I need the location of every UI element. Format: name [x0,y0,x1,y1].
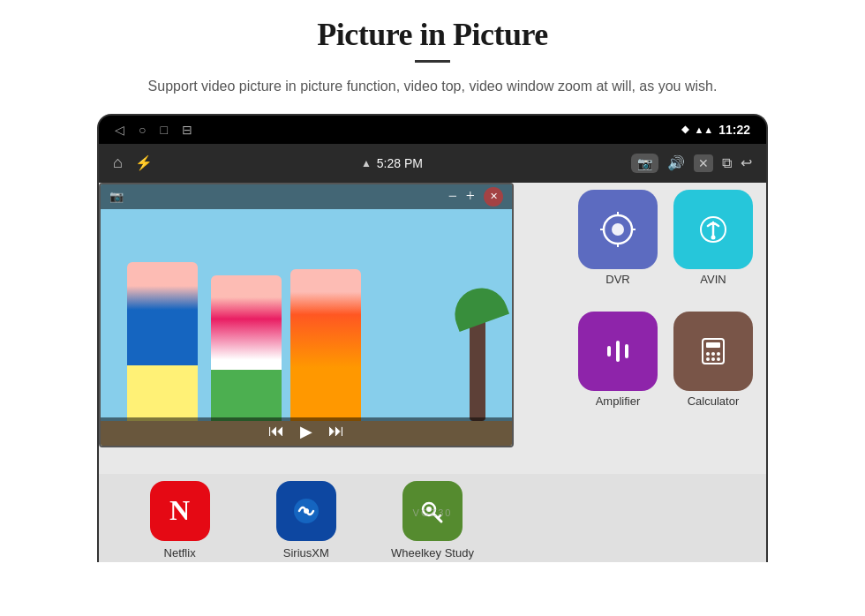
action-bar-left: ⌂ ⚡ [113,154,153,172]
rewind-btn[interactable]: ⏮ [268,422,284,440]
status-bar-left: ◁ ○ □ ⊟ [115,123,192,137]
svg-point-10 [717,352,720,356]
wifi-action-icon: ▲ [361,157,372,169]
avin-app[interactable]: AVIN [669,190,757,304]
svg-rect-3 [607,346,611,357]
dvr-icon-box [578,190,658,269]
close-action-icon[interactable]: ✕ [694,154,713,172]
svg-point-12 [711,357,715,361]
pip-bottom-bar: ⏮ ▶ ⏭ [101,417,512,446]
volume-icon[interactable]: 🔊 [667,154,685,171]
siriusxm-icon-box [276,481,336,541]
svg-point-15 [304,508,309,514]
dvr-app[interactable]: DVR [574,190,662,304]
amplifier-label: Amplifier [596,394,641,408]
page-wrapper: Picture in Picture Support video picture… [0,0,865,616]
device-frame: ◁ ○ □ ⊟ ◆ ▲▲ 11:22 ⌂ ⚡ ▲ 5:28 PM 📷 [97,114,768,562]
location-status-icon: ◆ [681,124,688,135]
svg-point-9 [711,352,715,356]
forward-btn[interactable]: ⏭ [328,422,344,440]
pip-minus-btn[interactable]: − [448,187,457,206]
back-nav-icon[interactable]: ◁ [115,123,124,137]
avin-label: AVIN [700,273,726,286]
time-display: 11:22 [718,123,750,137]
page-title: Picture in Picture [317,16,548,53]
svg-point-13 [717,357,720,361]
netflix-label: Netflix [164,546,196,560]
siriusxm-label: SiriusXM [283,546,329,560]
calculator-icon-box [673,312,753,391]
svg-rect-7 [706,342,720,348]
svg-point-2 [711,235,716,239]
main-content: DVR AVIN [99,183,766,562]
home-icon[interactable]: ⌂ [113,154,123,172]
watermark: VGZ30 [413,507,453,518]
bottom-apps-row: N Netflix SiriusXM [99,474,766,562]
status-bar-right: ◆ ▲▲ 11:22 [681,123,750,137]
svg-point-1 [612,223,624,236]
pip-action-icon[interactable]: ⧉ [722,155,732,171]
dvr-label: DVR [606,273,629,286]
right-apps: DVR AVIN [574,190,757,426]
pip-controls-top: − + ✕ [448,187,503,207]
camera-action-btn[interactable]: 📷 [631,154,658,173]
title-divider [415,60,450,63]
svg-rect-4 [616,341,620,362]
cast-nav-icon[interactable]: ⊟ [182,123,192,137]
back-action-icon[interactable]: ↩ [741,154,752,171]
recents-nav-icon[interactable]: □ [160,123,167,137]
pip-camera-icon: 📷 [109,190,124,204]
avin-icon-box [673,190,753,269]
action-bar: ⌂ ⚡ ▲ 5:28 PM 📷 🔊 ✕ ⧉ ↩ [99,144,766,183]
status-bar: ◁ ○ □ ⊟ ◆ ▲▲ 11:22 [99,116,766,144]
netflix-icon-box: N [150,481,210,541]
pip-close-icon: ✕ [490,191,498,202]
beach-scene [101,184,512,446]
amplifier-app[interactable]: Amplifier [574,312,662,426]
action-bar-center: ▲ 5:28 PM [361,156,423,170]
home-nav-icon[interactable]: ○ [139,123,146,137]
wheelkey-app[interactable]: Wheelkey Study [384,481,481,560]
svg-point-8 [706,352,710,356]
play-btn[interactable]: ▶ [300,422,312,441]
siriusxm-app[interactable]: SiriusXM [258,481,355,560]
svg-point-11 [706,357,710,361]
usb-icon[interactable]: ⚡ [135,154,153,171]
pip-plus-btn[interactable]: + [466,187,475,206]
pip-container[interactable]: 📷 − + ✕ ⏮ ▶ ⏭ [99,183,514,447]
page-subtitle: Support video picture in picture functio… [148,75,718,98]
pip-top-bar: 📷 − + ✕ [101,184,512,209]
action-bar-right: 📷 🔊 ✕ ⧉ ↩ [631,154,752,173]
calculator-label: Calculator [688,394,740,408]
netflix-app[interactable]: N Netflix [132,481,229,560]
wheelkey-label: Wheelkey Study [391,546,474,560]
wifi-status-icon: ▲▲ [694,124,713,135]
calculator-app[interactable]: Calculator [669,312,757,426]
svg-rect-5 [625,344,628,358]
pip-close-btn[interactable]: ✕ [484,187,503,207]
amplifier-icon-box [578,312,658,391]
action-time: 5:28 PM [377,156,423,170]
